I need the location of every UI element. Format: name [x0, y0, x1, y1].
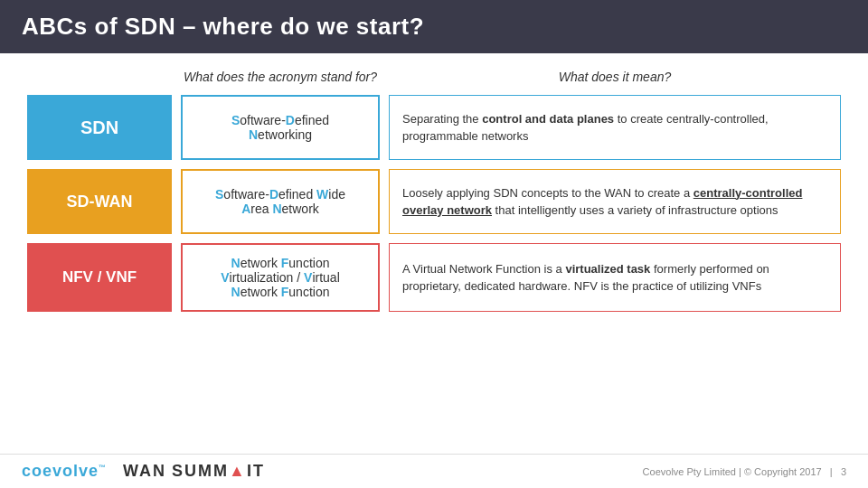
- sdwan-definition-cell: Software-Defined WideArea Network: [181, 169, 380, 234]
- table-row: NFV / VNF Network Function Virtualizatio…: [27, 243, 841, 312]
- slide-title: ABCs of SDN – where do we start?: [22, 13, 424, 41]
- sdn-acronym-label: SDN: [80, 117, 118, 138]
- sdn-definition-text: Software-DefinedNetworking: [231, 113, 329, 142]
- trademark-symbol: ™: [99, 464, 107, 472]
- wan-logo-text: WAN: [123, 462, 166, 481]
- nfv-definition-cell: Network Function Virtualization / Virtua…: [181, 243, 380, 312]
- col-header-meaning: What does it mean?: [389, 68, 841, 86]
- coevolve-logo-text: coevolve: [22, 462, 99, 480]
- sdwan-definition-text: Software-Defined WideArea Network: [215, 187, 345, 216]
- page-number: 3: [841, 466, 846, 477]
- col-header-empty: [27, 68, 172, 86]
- column-headers: What does the acronym stand for? What do…: [27, 68, 841, 86]
- col-header-definition: What does the acronym stand for?: [181, 68, 380, 86]
- slide-content: What does the acronym stand for? What do…: [0, 53, 868, 454]
- sdwan-acronym-cell: SD-WAN: [27, 169, 172, 234]
- nfv-definition-text: Network Function Virtualization / Virtua…: [221, 256, 340, 299]
- slide-header: ABCs of SDN – where do we start?: [0, 0, 868, 53]
- slide-footer: coevolve™ WAN SUMM▲IT Coevolve Pty Limit…: [0, 454, 868, 488]
- table-row: SDN Software-DefinedNetworking Separatin…: [27, 95, 841, 160]
- footer-logos: coevolve™ WAN SUMM▲IT: [22, 462, 265, 481]
- summit-logo-text: SUMM▲IT: [172, 462, 265, 481]
- coevolve-logo: coevolve™: [22, 462, 107, 481]
- sdwan-meaning-text: Loosely applying SDN concepts to the WAN…: [402, 184, 827, 220]
- footer-copyright: Coevolve Pty Limited | © Copyright 2017 …: [643, 466, 846, 477]
- sdwan-acronym-label: SD-WAN: [67, 192, 133, 211]
- sdwan-meaning-cell: Loosely applying SDN concepts to the WAN…: [389, 169, 841, 234]
- nfv-acronym-label: NFV / VNF: [62, 268, 137, 286]
- nfv-acronym-cell: NFV / VNF: [27, 243, 172, 312]
- sdn-meaning-text: Separating the control and data planes t…: [402, 110, 827, 145]
- content-rows: SDN Software-DefinedNetworking Separatin…: [27, 95, 841, 445]
- copyright-text: Coevolve Pty Limited | © Copyright 2017: [643, 466, 822, 477]
- sdn-acronym-cell: SDN: [27, 95, 172, 160]
- nfv-meaning-text: A Virtual Network Function is a virtuali…: [402, 260, 827, 296]
- wan-summit-logo: WAN SUMM▲IT: [123, 462, 265, 481]
- sdn-definition-cell: Software-DefinedNetworking: [181, 95, 380, 160]
- sdn-meaning-cell: Separating the control and data planes t…: [389, 95, 841, 160]
- table-row: SD-WAN Software-Defined WideArea Network…: [27, 169, 841, 234]
- nfv-meaning-cell: A Virtual Network Function is a virtuali…: [389, 243, 841, 312]
